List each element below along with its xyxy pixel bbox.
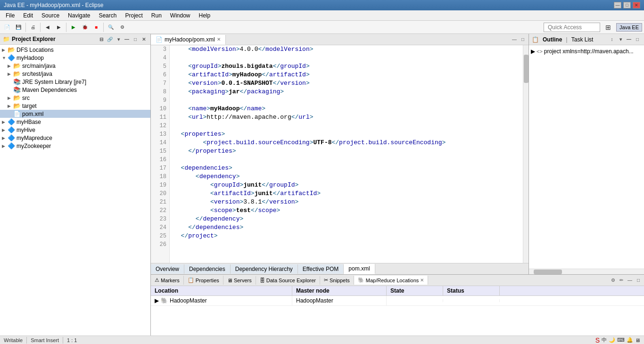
bp-tab-markers[interactable]: ⚠ Markers	[151, 276, 184, 285]
tb-forward[interactable]: ▶	[54, 22, 64, 33]
code-line-15: </properties>	[173, 147, 519, 156]
line-numbers: 3 4 5 6 7 8 9 10 11 12 13 14 15 16	[151, 45, 170, 263]
status-right: S 中 🌙 ⌨ 🔔 🖥	[595, 336, 640, 344]
tree-item-target[interactable]: ▶ 📂 target	[0, 102, 150, 110]
scrollbar-thumb[interactable]	[524, 55, 528, 83]
status-icon-6: 🖥	[635, 337, 640, 343]
servers-label: Servers	[234, 278, 252, 283]
outline-hscroll-thumb[interactable]	[534, 270, 562, 274]
link-editor-button[interactable]: 🔗	[106, 35, 114, 43]
menu-run[interactable]: Run	[148, 11, 165, 20]
editor-scrollbar[interactable]	[523, 45, 528, 263]
menu-search[interactable]: Search	[95, 11, 120, 20]
title-bar: Java EE - myHadoop/pom.xml - Eclipse — □…	[0, 0, 644, 10]
bp-minimize-button[interactable]: —	[626, 277, 634, 284]
menu-project[interactable]: Project	[121, 11, 146, 20]
tb-back[interactable]: ◀	[42, 22, 53, 33]
minimize-editor-button[interactable]: —	[511, 36, 518, 43]
perspective-java-ee[interactable]: Java EE	[616, 23, 642, 32]
bp-tab-properties[interactable]: 📋 Properties	[184, 276, 223, 285]
tree-item-pom[interactable]: 📄 pom.xml	[0, 110, 150, 118]
bp-tab-datasource[interactable]: 🗄 Data Source Explorer	[256, 276, 320, 285]
tree-item-myzookeeper[interactable]: ▶ 🔷 myZookeeper	[0, 142, 150, 150]
menu-source[interactable]: Source	[38, 11, 63, 20]
menu-bar: File Edit Source Navigate Search Project…	[0, 10, 644, 21]
menu-help[interactable]: Help	[195, 11, 215, 20]
tab-effective-pom[interactable]: Effective POM	[298, 264, 344, 274]
project-explorer-panel: 📁 Project Explorer ⊟ 🔗 ▾ — □ ✕ ▶ 📂 DFS L…	[0, 34, 151, 336]
tb-save[interactable]: 💾	[13, 22, 24, 33]
menu-file[interactable]: File	[2, 11, 18, 20]
tree-item-src-test[interactable]: ▶ 📂 src/test/java	[0, 70, 150, 78]
tb-print[interactable]: 🖨	[28, 22, 38, 33]
maximize-editor-button[interactable]: □	[519, 36, 527, 43]
menu-window[interactable]: Window	[166, 11, 194, 20]
maximize-button[interactable]: □	[623, 2, 631, 8]
project-tree: ▶ 📂 DFS Locations ▼ 🔷 myHadoop ▶ 📂 src/m…	[0, 45, 150, 336]
tree-item-myhadoop[interactable]: ▼ 🔷 myHadoop	[0, 54, 150, 62]
tree-label: myHBase	[17, 119, 41, 125]
bp-tab-servers[interactable]: 🖥 Servers	[223, 276, 256, 285]
col-header-state: State	[387, 286, 443, 295]
minimize-panel-button[interactable]: —	[123, 35, 131, 43]
status-icon-3: 🌙	[609, 337, 615, 343]
bp-tab-mapreduce[interactable]: 🐘 Map/Reduce Locations ✕	[354, 276, 429, 285]
tree-item-src-main[interactable]: ▶ 📂 src/main/java	[0, 62, 150, 70]
bp-maximize-button[interactable]: □	[635, 277, 642, 284]
tb-search[interactable]: 🔍	[106, 22, 116, 33]
code-line-9	[173, 96, 519, 105]
tree-item-dfs[interactable]: ▶ 📂 DFS Locations	[0, 46, 150, 54]
tb-settings[interactable]: ⚙	[117, 22, 127, 33]
tb-sep-2	[40, 23, 41, 32]
tree-item-src[interactable]: ▶ 📂 src	[0, 94, 150, 102]
sort-button[interactable]: ↕	[608, 36, 616, 43]
tab-pom-xml[interactable]: pom.xml	[344, 264, 375, 274]
app-title: Java EE - myHadoop/pom.xml - Eclipse	[4, 2, 103, 8]
status-bar: Writable Smart Insert 1 : 1 S 中 🌙 ⌨ 🔔 🖥	[0, 336, 644, 344]
code-editor[interactable]: 3 4 5 6 7 8 9 10 11 12 13 14 15 16	[151, 45, 528, 263]
tab-overview[interactable]: Overview	[151, 264, 184, 274]
tab-dependencies[interactable]: Dependencies	[184, 264, 231, 274]
code-line-22: <scope>test</scope>	[173, 206, 519, 215]
tree-label: src/main/java	[22, 63, 56, 69]
tree-item-mymapreduce[interactable]: ▶ 🔷 myMapreduce	[0, 134, 150, 142]
outline-minimize-button[interactable]: —	[625, 36, 633, 43]
bp-new-location-icon[interactable]: ⚙	[609, 277, 617, 284]
tree-item-jre[interactable]: 📚 JRE System Library [jre7]	[0, 78, 150, 86]
outline-menu-button[interactable]: ▾	[617, 36, 624, 43]
tb-run[interactable]: ▶	[68, 22, 79, 33]
quick-access-input[interactable]	[544, 23, 600, 32]
tb-perspective-icon[interactable]: ⊞	[603, 22, 613, 33]
outline-item-project[interactable]: ▶ <> project xmlns=http://maven.apach...	[531, 47, 642, 56]
outline-hscroll[interactable]	[529, 269, 644, 274]
tb-stop[interactable]: ■	[91, 22, 101, 33]
editor-tab-bar: 📄 myHadoop/pom.xml ✕ — □	[151, 34, 528, 45]
minimize-button[interactable]: —	[614, 2, 621, 8]
editor-tab-pom[interactable]: 📄 myHadoop/pom.xml ✕	[151, 35, 226, 45]
bp-edit-icon[interactable]: ✏	[618, 277, 625, 284]
menu-navigate[interactable]: Navigate	[64, 11, 94, 20]
outline-maximize-button[interactable]: □	[634, 36, 641, 43]
view-menu-button[interactable]: ▾	[115, 35, 122, 43]
tb-new[interactable]: 📄	[2, 22, 12, 33]
tree-item-myhbase[interactable]: ▶ 🔷 myHBase	[0, 118, 150, 126]
expand-arrow-icon: ▶	[155, 297, 159, 304]
tb-debug[interactable]: 🐞	[80, 22, 90, 33]
maximize-panel-button[interactable]: □	[132, 35, 139, 43]
close-button[interactable]: ✕	[633, 2, 640, 8]
collapse-all-button[interactable]: ⊟	[98, 35, 105, 43]
table-row[interactable]: ▶ 🐘 HadoopMaster HadoopMaster	[151, 296, 644, 306]
main-layout: 📁 Project Explorer ⊟ 🔗 ▾ — □ ✕ ▶ 📂 DFS L…	[0, 34, 644, 336]
code-text-area[interactable]: <modelVersion>4.0.0</modelVersion> <grou…	[170, 45, 523, 263]
mapreduce-close[interactable]: ✕	[420, 278, 424, 283]
close-panel-button[interactable]: ✕	[140, 35, 148, 43]
bp-tab-snippets[interactable]: ✂ Snippets	[320, 276, 354, 285]
tab-close-button[interactable]: ✕	[217, 37, 221, 42]
code-line-11: <url>http://maven.apache.org</url>	[173, 113, 519, 122]
tree-item-myhive[interactable]: ▶ 🔷 myHive	[0, 126, 150, 134]
editor-bottom-tab-bar: Overview Dependencies Dependency Hierarc…	[151, 263, 528, 274]
menu-edit[interactable]: Edit	[19, 11, 37, 20]
outline-controls: ↕ ▾ — □	[608, 36, 641, 43]
tab-dependency-hierarchy[interactable]: Dependency Hierarchy	[231, 264, 298, 274]
tree-item-maven-deps[interactable]: 📚 Maven Dependencies	[0, 86, 150, 94]
